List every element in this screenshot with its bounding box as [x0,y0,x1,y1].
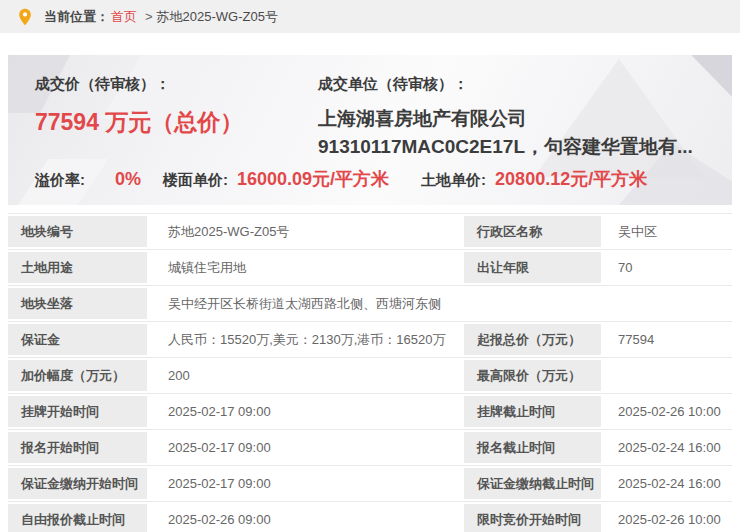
parcel-info-table: 地块编号 苏地2025-WG-Z05号 行政区名称 吴中区 土地用途 城镇住宅用… [8,213,732,532]
row-value: 吴中区 [604,214,732,249]
floor-price-label: 楼面单价: [163,171,228,190]
row-label: 挂牌截止时间 [464,394,604,429]
premium-rate-label: 溢价率: [35,171,85,190]
row-label: 保证金缴纳开始时间 [8,466,150,501]
table-row: 地块坐落 吴中经开区长桥街道太湖西路北侧、西塘河东侧 [8,286,732,322]
deal-unit-line1: 上海湖喜房地产有限公司 [318,105,718,133]
premium-row: 溢价率: 0% 楼面单价: 16000.09元/平方米 土地单价: 20800.… [35,167,718,191]
row-label: 行政区名称 [464,214,604,249]
land-price-value: 20800.12元/平方米 [495,167,647,191]
table-row: 报名开始时间 2025-02-17 09:00 报名截止时间 2025-02-2… [8,430,732,466]
breadcrumb-separator: > [145,9,153,24]
table-row: 地块编号 苏地2025-WG-Z05号 行政区名称 吴中区 [8,214,732,250]
deal-summary-card: 成交价（待审核）： 77594 万元（总价） 成交单位（待审核）： 上海湖喜房地… [8,55,732,205]
row-label: 保证金 [8,322,150,357]
row-value: 70 [604,250,732,285]
row-label: 自由报价截止时间 [8,502,150,532]
deal-price-value: 77594 万元（总价） [35,107,318,138]
table-row: 加价幅度（万元） 200 最高限价（万元） [8,358,732,394]
row-label: 限时竞价开始时间 [464,502,604,532]
row-value [604,358,732,393]
row-label: 地块编号 [8,214,150,249]
row-label: 土地用途 [8,250,150,285]
deal-unit-line2: 91310117MAC0C2E17L，句容建华置地有... [318,133,718,161]
row-label: 保证金缴纳截止时间 [464,466,604,501]
row-value: 200 [150,358,464,393]
row-label: 起报总价（万元） [464,322,604,357]
row-value: 2025-02-26 09:00 [150,502,464,532]
row-label: 报名开始时间 [8,430,150,465]
row-value: 2025-02-17 09:00 [150,466,464,501]
table-row: 挂牌开始时间 2025-02-17 09:00 挂牌截止时间 2025-02-2… [8,394,732,430]
row-value: 城镇住宅用地 [150,250,464,285]
table-row: 保证金缴纳开始时间 2025-02-17 09:00 保证金缴纳截止时间 202… [8,466,732,502]
row-label: 加价幅度（万元） [8,358,150,393]
row-label: 最高限价（万元） [464,358,604,393]
table-row: 自由报价截止时间 2025-02-26 09:00 限时竞价开始时间 2025-… [8,502,732,532]
row-value: 2025-02-24 16:00 [604,466,732,501]
breadcrumb-current: 苏地2025-WG-Z05号 [157,8,278,26]
row-value: 苏地2025-WG-Z05号 [150,214,464,249]
deal-unit-block: 成交单位（待审核）： 上海湖喜房地产有限公司 91310117MAC0C2E17… [318,75,732,161]
row-value: 吴中经开区长桥街道太湖西路北侧、西塘河东侧 [150,286,732,321]
breadcrumb-label: 当前位置： [44,8,109,26]
table-row: 保证金 人民币：15520万,美元：2130万,港币：16520万 起报总价（万… [8,322,732,358]
breadcrumb: 当前位置： 首页 > 苏地2025-WG-Z05号 [0,0,740,33]
row-value: 2025-02-17 09:00 [150,430,464,465]
deal-price-label: 成交价（待审核）： [35,75,318,94]
location-pin-icon [18,8,32,26]
floor-price-value: 16000.09元/平方米 [237,167,389,191]
table-row: 土地用途 城镇住宅用地 出让年限 70 [8,250,732,286]
row-value: 2025-02-26 10:00 [604,394,732,429]
row-value: 2025-02-24 16:00 [604,430,732,465]
land-price-label: 土地单价: [421,171,486,190]
deal-unit-label: 成交单位（待审核）： [318,75,718,94]
row-label: 地块坐落 [8,286,150,321]
row-label: 挂牌开始时间 [8,394,150,429]
breadcrumb-home-link[interactable]: 首页 [111,8,137,26]
deal-price-block: 成交价（待审核）： 77594 万元（总价） [35,75,318,161]
row-value: 人民币：15520万,美元：2130万,港币：16520万 [150,322,464,357]
premium-rate-value: 0% [115,169,141,190]
row-value: 2025-02-17 09:00 [150,394,464,429]
row-label: 出让年限 [464,250,604,285]
row-label: 报名截止时间 [464,430,604,465]
row-value: 77594 [604,322,732,357]
row-value: 2025-02-26 10:00 [604,502,732,532]
